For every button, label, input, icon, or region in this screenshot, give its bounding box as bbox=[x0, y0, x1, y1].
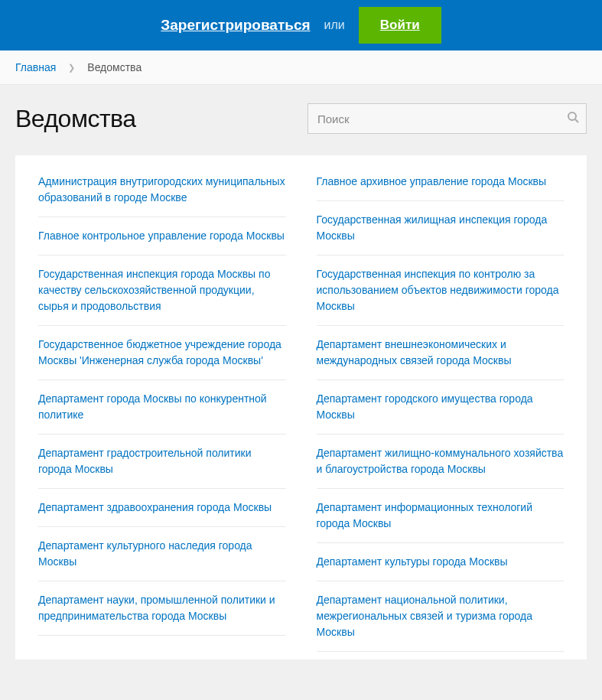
page-content: Ведомства Администрация внутригородских … bbox=[0, 85, 602, 659]
register-link[interactable]: Зарегистрироваться bbox=[161, 17, 310, 34]
chevron-right-icon: ❯ bbox=[68, 63, 75, 73]
breadcrumb-current: Ведомства bbox=[87, 61, 142, 73]
department-link[interactable]: Департамент городского имущества города … bbox=[317, 391, 565, 423]
department-link[interactable]: Департамент города Москвы по конкурентно… bbox=[38, 391, 286, 423]
department-link[interactable]: Департамент национальной политики, межре… bbox=[317, 592, 565, 640]
department-link[interactable]: Департамент науки, промышленной политики… bbox=[38, 592, 286, 624]
department-link[interactable]: Департамент информационных технологий го… bbox=[317, 500, 565, 532]
login-button[interactable]: Войти bbox=[359, 7, 441, 44]
department-link[interactable]: Главное контрольное управление города Мо… bbox=[38, 228, 286, 244]
department-item: Департамент культуры города Москвы bbox=[317, 543, 565, 581]
department-item: Департамент здравоохранения города Москв… bbox=[38, 489, 286, 527]
department-link[interactable]: Департамент градостроительной политики г… bbox=[38, 445, 286, 477]
page-title: Ведомства bbox=[15, 105, 136, 133]
search-box bbox=[308, 103, 587, 134]
department-item: Департамент информационных технологий го… bbox=[317, 489, 565, 543]
departments-column-right: Главное архивное управление города Москв… bbox=[317, 174, 565, 652]
department-item: Главное архивное управление города Москв… bbox=[317, 174, 565, 201]
breadcrumb-home[interactable]: Главная bbox=[15, 61, 56, 73]
department-item: Государственная инспекция города Москвы … bbox=[38, 256, 286, 326]
svg-line-1 bbox=[575, 119, 578, 122]
svg-point-0 bbox=[568, 112, 576, 120]
department-link[interactable]: Государственная инспекция города Москвы … bbox=[38, 266, 286, 314]
departments-column-left: Администрация внутригородских муниципаль… bbox=[38, 174, 286, 652]
department-item: Департамент национальной политики, межре… bbox=[317, 581, 565, 652]
department-item: Департамент внешнеэкономических и междун… bbox=[317, 326, 565, 380]
department-link[interactable]: Департамент здравоохранения города Москв… bbox=[38, 500, 286, 516]
department-item: Главное контрольное управление города Мо… bbox=[38, 217, 286, 256]
departments-card: Администрация внутригородских муниципаль… bbox=[15, 155, 587, 659]
search-input[interactable] bbox=[308, 103, 587, 134]
department-item: Государственная инспекция по контролю за… bbox=[317, 256, 565, 326]
department-link[interactable]: Департамент внешнеэкономических и междун… bbox=[317, 337, 565, 369]
breadcrumb: Главная ❯ Ведомства bbox=[0, 50, 602, 85]
department-item: Департамент города Москвы по конкурентно… bbox=[38, 380, 286, 435]
department-link[interactable]: Государственное бюджетное учреждение гор… bbox=[38, 337, 286, 369]
department-link[interactable]: Государственная инспекция по контролю за… bbox=[317, 266, 565, 314]
department-item: Департамент градостроительной политики г… bbox=[38, 435, 286, 489]
department-link[interactable]: Департамент культуры города Москвы bbox=[317, 554, 565, 570]
search-icon[interactable] bbox=[567, 111, 579, 126]
or-text: или bbox=[324, 18, 345, 32]
department-link[interactable]: Главное архивное управление города Москв… bbox=[317, 174, 565, 190]
department-item: Департамент культурного наследия города … bbox=[38, 527, 286, 581]
department-link[interactable]: Администрация внутригородских муниципаль… bbox=[38, 174, 286, 206]
department-item: Государственная жилищная инспекция город… bbox=[317, 201, 565, 256]
department-link[interactable]: Департамент жилищно-коммунального хозяйс… bbox=[317, 445, 565, 477]
department-item: Государственное бюджетное учреждение гор… bbox=[38, 326, 286, 380]
department-link[interactable]: Государственная жилищная инспекция город… bbox=[317, 212, 565, 244]
title-row: Ведомства bbox=[15, 103, 587, 134]
department-item: Департамент науки, промышленной политики… bbox=[38, 581, 286, 636]
department-link[interactable]: Департамент культурного наследия города … bbox=[38, 538, 286, 570]
department-item: Департамент городского имущества города … bbox=[317, 380, 565, 435]
department-item: Администрация внутригородских муниципаль… bbox=[38, 174, 286, 217]
top-bar: Зарегистрироваться или Войти bbox=[0, 0, 602, 50]
department-item: Департамент жилищно-коммунального хозяйс… bbox=[317, 435, 565, 489]
